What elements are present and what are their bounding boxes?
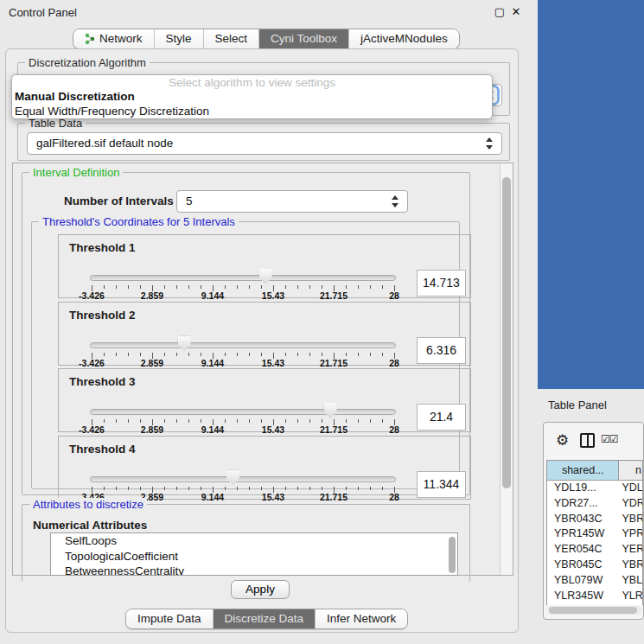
float-window-icon[interactable]: ▢ <box>493 5 507 19</box>
list-item[interactable]: BetweennessCentrality <box>51 564 457 576</box>
threshold-panel: Threshold 3-3.4262.8599.14415.4321.71528… <box>58 368 471 432</box>
combo-stepper[interactable] <box>391 194 400 208</box>
table-row[interactable]: YPR145WYPR1 <box>547 526 642 542</box>
table-row[interactable]: YBR045CYBR0 <box>547 558 642 573</box>
table-cell: YBL079W <box>547 573 619 589</box>
tick-label: 15.43 <box>247 492 299 502</box>
tick-label: 21.715 <box>308 290 360 301</box>
table-row[interactable]: YDL19...YDL1 <box>547 481 642 496</box>
tick-mark <box>297 487 298 490</box>
tick-mark <box>322 285 322 289</box>
list-item[interactable]: SelfLoops <box>51 533 457 549</box>
tick-mark <box>249 353 250 356</box>
tick-label: 21.715 <box>308 492 360 502</box>
vertical-scrollbar[interactable] <box>500 163 513 575</box>
threshold-value-field[interactable]: 6.316 <box>417 337 466 364</box>
gear-icon[interactable]: ⚙ <box>556 431 569 450</box>
table-panel-title: Table Panel <box>548 399 607 411</box>
slider-track[interactable] <box>90 275 396 281</box>
apply-button[interactable]: Apply <box>231 580 290 599</box>
select-columns-icon[interactable]: ☑☑ <box>601 433 618 445</box>
threshold-value-field[interactable]: 14.713 <box>417 270 466 296</box>
tick-mark <box>382 419 383 423</box>
table-data-combobox[interactable]: galFiltered.sif default node <box>27 132 502 155</box>
table-cell: YIL053C <box>547 603 619 605</box>
threshold-value-field[interactable]: 21.4 <box>417 404 466 430</box>
tick-mark <box>140 353 141 356</box>
tab-style[interactable]: Style <box>154 29 203 48</box>
table-toolbar: ⚙ ☑☑ <box>544 423 643 459</box>
threshold-value-field[interactable]: 11.344 <box>417 471 466 498</box>
tab-label: Infer Network <box>327 609 396 628</box>
interval-definition-group: Interval Definition Number of Intervals … <box>22 172 470 495</box>
tick-mark <box>309 419 310 423</box>
dropdown-option[interactable]: Manual Discretization <box>12 90 492 105</box>
tick-mark <box>140 419 141 423</box>
slider-handle[interactable] <box>226 470 239 486</box>
close-icon[interactable]: ✕ <box>509 5 523 19</box>
slider-handle[interactable] <box>324 403 337 418</box>
tick-label: 15.43 <box>247 358 299 368</box>
table-row[interactable]: YBR043CYBR0 <box>547 512 642 527</box>
table-cell: YDR27... <box>547 496 619 512</box>
table-cell: YDR2 <box>619 496 642 512</box>
tick-mark <box>285 419 286 423</box>
network-view-frame: GAL80GACGAL11GAL4GCY1HHAP2 <box>538 0 644 389</box>
threshold-panel: Threshold 4-3.4262.8599.14415.4321.71528… <box>58 436 471 500</box>
tick-mark <box>128 487 129 490</box>
tab-network[interactable]: Network <box>73 29 154 48</box>
tick-mark <box>309 285 310 289</box>
num-intervals-combobox[interactable]: 5 <box>176 190 408 213</box>
tick-mark <box>201 285 201 289</box>
table-row[interactable]: YBL079WYBL0 <box>547 573 642 589</box>
slider-track[interactable] <box>90 342 396 348</box>
tab-discretize-data[interactable]: Discretize Data <box>213 609 316 628</box>
tab-label: Discretize Data <box>225 609 304 628</box>
tab-impute-data[interactable]: Impute Data <box>126 609 213 628</box>
tick-mark <box>261 419 262 423</box>
slider-handle[interactable] <box>178 336 191 352</box>
tab-cyni-toolbox[interactable]: Cyni Toolbox <box>258 29 348 48</box>
tick-mark <box>370 487 371 490</box>
tick-mark <box>370 419 371 423</box>
slider-track[interactable] <box>90 409 396 415</box>
table-cell: YBR043C <box>547 512 619 527</box>
scrollbar-thumb[interactable] <box>502 177 511 488</box>
tick-mark <box>285 487 286 490</box>
combo-value: galFiltered.sif default node <box>36 137 173 150</box>
combo-stepper[interactable] <box>485 137 494 150</box>
table-cell: YDL1 <box>619 481 642 496</box>
slider-track[interactable] <box>90 476 396 482</box>
top-tab-bar: NetworkStyleSelectCyni ToolboxjActiveMNo… <box>73 29 460 49</box>
scrollbar-thumb[interactable] <box>549 607 637 614</box>
tab-infer-network[interactable]: Infer Network <box>315 609 407 628</box>
tick-mark <box>201 419 201 423</box>
slider-handle[interactable] <box>259 269 272 284</box>
tick-mark <box>140 285 141 289</box>
numerical-attributes-list[interactable]: SelfLoopsTopologicalCoefficientBetweenne… <box>50 532 458 576</box>
tick-mark <box>176 487 177 490</box>
table-row[interactable]: YDR27...YDR2 <box>547 496 642 512</box>
control-panel: Control Panel ▢ ✕ NetworkStyleSelectCyni… <box>0 0 534 644</box>
table-row[interactable]: YIL053CYIL0 <box>547 603 642 605</box>
dropdown-option[interactable]: Equal Width/Frequency Discretization <box>12 105 492 119</box>
tick-mark <box>176 353 177 356</box>
split-columns-icon[interactable] <box>580 433 595 448</box>
list-item[interactable]: TopologicalCoefficient <box>51 549 457 564</box>
tick-label: 28 <box>368 290 420 301</box>
tab-label: Network <box>99 29 143 48</box>
horizontal-scrollbar[interactable] <box>547 606 642 615</box>
column-header[interactable]: n <box>619 461 642 480</box>
table-row[interactable]: YLR345WYLR3 <box>547 589 642 604</box>
tick-mark <box>225 353 226 356</box>
table-row[interactable]: YER054CYER0 <box>547 542 642 558</box>
dropdown-placeholder: Select algorithm to view settings <box>12 75 492 90</box>
column-header[interactable]: shared... <box>547 461 619 480</box>
group-title: Attributes to discretize <box>29 498 147 511</box>
tab-select[interactable]: Select <box>203 29 259 48</box>
list-scrollbar[interactable] <box>449 537 456 573</box>
tick-mark <box>164 487 165 490</box>
tick-mark <box>346 419 347 423</box>
table-cell: YBL0 <box>619 573 642 589</box>
tab-jactivemnodules[interactable]: jActiveMNodules <box>348 29 459 48</box>
